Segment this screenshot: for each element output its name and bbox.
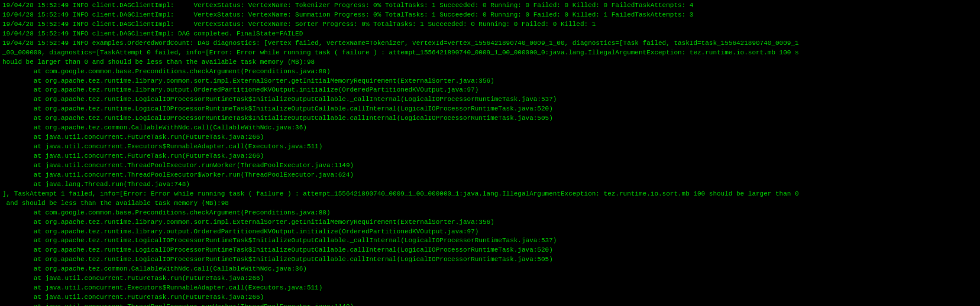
- log-line: at org.apache.tez.common.CallableWithNdc…: [2, 265, 978, 274]
- log-line: 19/04/28 15:52:49 INFO examples.OrderedW…: [2, 39, 978, 48]
- log-line: 19/04/28 15:52:49 INFO client.DAGClientI…: [2, 11, 978, 20]
- log-line: at org.apache.tez.common.CallableWithNdc…: [2, 123, 978, 133]
- log-line: at com.google.common.base.Preconditions.…: [2, 67, 978, 77]
- log-line: at org.apache.tez.runtime.library.common…: [2, 218, 978, 227]
- log-line: at java.util.concurrent.FutureTask.run(F…: [2, 133, 978, 142]
- log-line: at java.util.concurrent.FutureTask.run(F…: [2, 152, 978, 161]
- log-line: at java.lang.Thread.run(Thread.java:748): [2, 180, 978, 190]
- log-line: at org.apache.tez.runtime.LogicalIOProce…: [2, 114, 978, 123]
- log-line: at org.apache.tez.runtime.LogicalIOProce…: [2, 255, 978, 265]
- log-line: at java.util.concurrent.ThreadPoolExecut…: [2, 171, 978, 180]
- log-line: at java.util.concurrent.FutureTask.run(F…: [2, 274, 978, 284]
- log-line: at com.google.common.base.Preconditions.…: [2, 209, 978, 218]
- log-line: 19/04/28 15:52:49 INFO client.DAGClientI…: [2, 20, 978, 30]
- log-line: at org.apache.tez.runtime.LogicalIOProce…: [2, 105, 978, 114]
- log-line: at org.apache.tez.runtime.library.output…: [2, 227, 978, 237]
- log-line: _00_000000, diagnostics=[TaskAttempt 0 f…: [2, 48, 978, 58]
- log-line: at org.apache.tez.runtime.library.output…: [2, 86, 978, 95]
- log-line: hould be larger than 0 and should be les…: [2, 58, 978, 67]
- log-line: 19/04/28 15:52:49 INFO client.DAGClientI…: [2, 30, 978, 39]
- log-line: at org.apache.tez.runtime.LogicalIOProce…: [2, 236, 978, 246]
- log-line: at java.util.concurrent.ThreadPoolExecut…: [2, 161, 978, 171]
- log-line: at org.apache.tez.runtime.LogicalIOProce…: [2, 95, 978, 105]
- log-line: ], TaskAttempt 1 failed, info=[Error: Er…: [2, 190, 978, 199]
- log-container: 19/04/28 15:52:49 INFO client.DAGClientI…: [0, 0, 980, 306]
- log-line: at org.apache.tez.runtime.LogicalIOProce…: [2, 246, 978, 255]
- log-line: at java.util.concurrent.FutureTask.run(F…: [2, 293, 978, 302]
- log-line: at org.apache.tez.runtime.library.common…: [2, 77, 978, 86]
- log-line: at java.util.concurrent.Executors$Runnab…: [2, 284, 978, 293]
- log-line: at java.util.concurrent.Executors$Runnab…: [2, 142, 978, 152]
- log-line: at java.util.concurrent.ThreadPoolExecut…: [2, 302, 978, 306]
- log-line: 19/04/28 15:52:49 INFO client.DAGClientI…: [2, 1, 978, 11]
- log-line: and should be less than the available ta…: [2, 199, 978, 209]
